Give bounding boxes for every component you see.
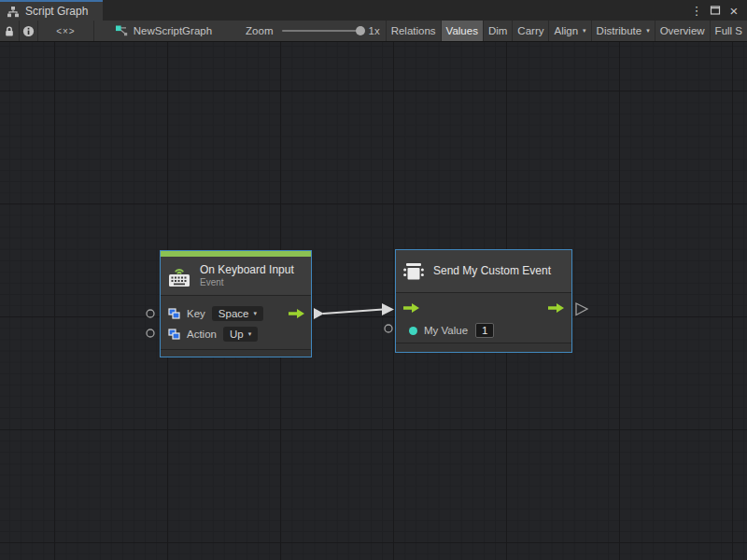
action-dropdown-value: Up (230, 329, 244, 340)
align-button[interactable]: Align ▾ (549, 21, 590, 41)
graph-name-label: NewScriptGraph (134, 25, 212, 36)
node-on-keyboard-input[interactable]: On Keyboard Input Event Key Space ▾ (160, 250, 312, 357)
chevron-down-icon: ▾ (646, 27, 650, 35)
value-port-dot (409, 327, 417, 335)
graph-canvas[interactable]: On Keyboard Input Event Key Space ▾ (0, 42, 747, 560)
node-footer (396, 343, 571, 352)
tab-strip: Script Graph ⋮ × (0, 0, 747, 21)
toolbar: <×> NewScriptGraph Zoom 1x Relations Val… (0, 21, 747, 42)
port-action-input[interactable] (147, 329, 154, 337)
port-flow-output-connected[interactable] (314, 308, 324, 319)
zoom-level: 1x (368, 25, 379, 36)
chevron-down-icon: ▾ (248, 330, 252, 338)
port-row-key: Key Space ▾ (161, 303, 311, 324)
toolbar-separator (93, 21, 94, 41)
distribute-label: Distribute (597, 25, 642, 36)
node-header[interactable]: On Keyboard Input Event (161, 257, 311, 295)
node-send-my-custom-event[interactable]: Send My Custom Event My Value 1 (395, 249, 572, 353)
keyboard-icon (166, 263, 192, 288)
lock-icon (4, 25, 15, 37)
fullscreen-button[interactable]: Full S (711, 21, 747, 41)
flow-arrow-icon (548, 303, 564, 313)
flow-wire[interactable] (323, 310, 383, 315)
chevron-down-icon: ▾ (253, 310, 257, 317)
align-label: Align (554, 25, 578, 36)
port-label-action: Action (187, 329, 217, 340)
port-row-action: Action Up ▾ (161, 324, 311, 344)
connections-layer (0, 42, 747, 560)
tab-script-graph[interactable]: Script Graph (0, 0, 103, 21)
dim-button[interactable]: Dim (484, 21, 512, 41)
node-title: On Keyboard Input (200, 263, 294, 276)
graph-name-button[interactable]: NewScriptGraph (106, 21, 221, 41)
variable-icon (168, 329, 180, 340)
script-graph-tab-icon (7, 6, 20, 18)
node-footer (161, 349, 311, 357)
info-icon (22, 25, 35, 37)
port-myvalue-input[interactable] (385, 325, 392, 332)
zoom-control: Zoom 1x (246, 21, 386, 41)
zoom-slider-handle[interactable] (356, 26, 365, 35)
port-key-input[interactable] (147, 310, 154, 317)
myvalue-input[interactable]: 1 (475, 323, 494, 338)
port-label-key: Key (187, 308, 205, 319)
window-menu-icon[interactable]: ⋮ (688, 2, 705, 19)
maximize-icon[interactable] (707, 2, 724, 19)
custom-event-icon (402, 259, 426, 284)
flow-arrow-icon (403, 303, 419, 313)
port-row-myvalue: My Value 1 (396, 319, 571, 342)
node-subtitle: Event (200, 277, 294, 288)
carry-button[interactable]: Carry (513, 21, 548, 41)
lock-button[interactable] (0, 21, 19, 41)
info-button[interactable] (20, 21, 38, 41)
action-dropdown[interactable]: Up ▾ (223, 327, 258, 342)
chevron-down-icon: ▾ (583, 27, 586, 35)
port-label-myvalue: My Value (424, 325, 468, 336)
port-flow-output-open[interactable] (576, 303, 587, 315)
tab-title: Script Graph (25, 5, 88, 18)
flow-wire-arrowhead (382, 303, 394, 315)
zoom-label: Zoom (246, 25, 273, 36)
graph-icon (115, 24, 128, 37)
key-dropdown[interactable]: Space ▾ (212, 306, 263, 321)
node-body: My Value 1 (396, 292, 571, 343)
overview-button[interactable]: Overview (655, 21, 710, 41)
flow-arrow-icon (289, 309, 304, 318)
close-icon[interactable]: × (726, 2, 742, 19)
values-button[interactable]: Values (442, 21, 483, 41)
flow-row (396, 297, 571, 319)
relations-button[interactable]: Relations (387, 21, 441, 41)
node-title: Send My Custom Event (433, 264, 551, 277)
node-body: Key Space ▾ (161, 295, 311, 349)
zoom-slider[interactable] (282, 30, 362, 32)
distribute-button[interactable]: Distribute ▾ (592, 21, 655, 41)
script-graph-window: Script Graph ⋮ × (0, 0, 747, 560)
variable-icon (168, 308, 180, 319)
code-preview-button[interactable]: <×> (38, 21, 93, 41)
window-controls: ⋮ × (688, 0, 747, 21)
node-header[interactable]: Send My Custom Event (396, 250, 571, 292)
key-dropdown-value: Space (218, 308, 249, 319)
